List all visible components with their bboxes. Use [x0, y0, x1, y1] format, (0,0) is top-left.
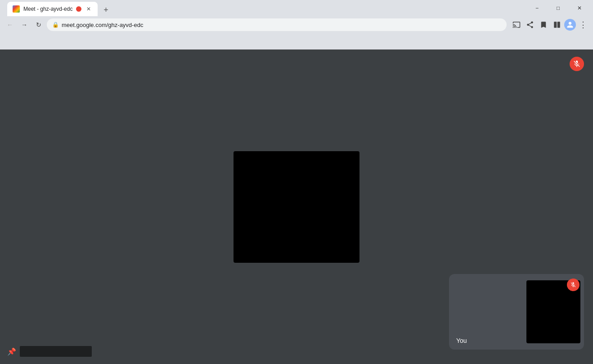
muted-mic-indicator [570, 57, 584, 71]
title-bar: Meet - ghz-ayvd-edc ✕ + − □ ✕ [0, 0, 593, 16]
pin-icon: 📌 [7, 347, 16, 356]
active-tab[interactable]: Meet - ghz-ayvd-edc ✕ [7, 2, 98, 16]
toolbar-icons: ⋮ [510, 18, 589, 31]
tab-recording-dot [76, 6, 81, 12]
share-icon[interactable] [524, 18, 536, 31]
self-view-tile[interactable]: You [449, 274, 584, 350]
svg-rect-0 [554, 22, 557, 28]
cast-icon[interactable] [510, 18, 523, 31]
svg-rect-1 [557, 22, 560, 28]
tab-favicon [13, 5, 20, 13]
refresh-button[interactable]: ↻ [32, 18, 45, 31]
url-bar[interactable]: 🔒 meet.google.com/ghz-ayvd-edc [47, 18, 507, 31]
close-button[interactable]: ✕ [569, 1, 589, 15]
self-muted-icon [567, 279, 580, 291]
bookmark-icon[interactable] [537, 18, 550, 31]
bottom-left-participant: 📌 [7, 346, 92, 357]
participant-name-bar [20, 346, 92, 357]
back-button[interactable]: ← [4, 18, 16, 31]
address-bar: ← → ↻ 🔒 meet.google.com/ghz-ayvd-edc [0, 16, 593, 33]
tab-close-button[interactable]: ✕ [85, 5, 92, 13]
tab-title: Meet - ghz-ayvd-edc [23, 6, 72, 12]
profile-avatar[interactable] [564, 19, 576, 31]
main-video-feed [234, 151, 359, 263]
forward-button[interactable]: → [18, 18, 31, 31]
split-screen-icon[interactable] [551, 18, 563, 31]
minimize-button[interactable]: − [527, 1, 547, 15]
meet-main-area: 📌 You [0, 49, 593, 364]
new-tab-button[interactable]: + [99, 4, 112, 16]
url-text: meet.google.com/ghz-ayvd-edc [62, 21, 143, 29]
window-controls: − □ ✕ [527, 1, 589, 15]
self-view-label: You [453, 335, 523, 346]
more-menu-icon[interactable]: ⋮ [577, 18, 589, 31]
restore-button[interactable]: □ [548, 1, 568, 15]
lock-icon: 🔒 [52, 22, 59, 28]
